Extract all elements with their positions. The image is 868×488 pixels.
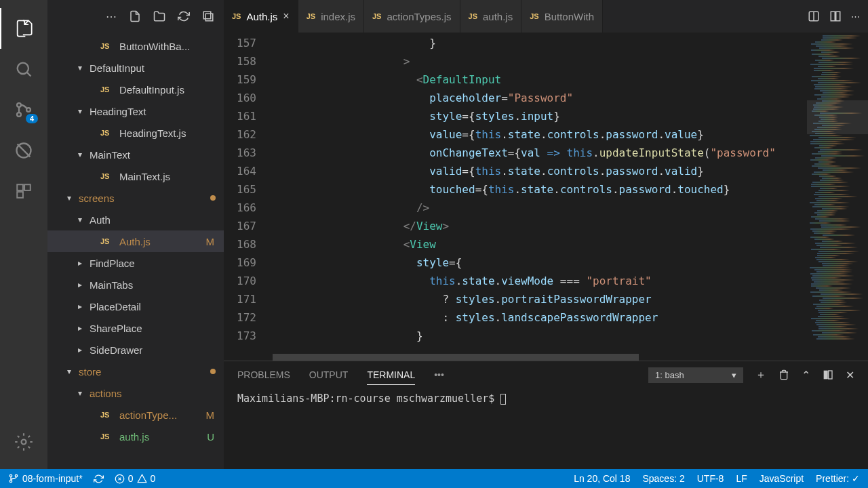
extensions-tab[interactable] (0, 171, 47, 211)
language-status[interactable]: JavaScript (760, 473, 804, 484)
scm-tab[interactable]: 4 (0, 89, 47, 130)
new-file-icon[interactable] (129, 10, 141, 22)
kill-terminal-icon[interactable] (778, 369, 789, 380)
svg-rect-10 (205, 14, 213, 21)
editor-tab[interactable]: JSAuth.js× (224, 0, 298, 33)
status-bar: 08-form-input* 0 0 Ln 20, Col 18 Spaces:… (0, 469, 868, 488)
svg-point-8 (22, 440, 26, 445)
scrollbar-thumb[interactable] (273, 354, 639, 361)
line-gutter: 1571581591601611621631641651661671681691… (224, 33, 273, 361)
sidebar-toolbar: ⋯ (47, 0, 224, 33)
new-folder-icon[interactable] (153, 10, 165, 22)
panel-close-icon[interactable]: ✕ (846, 369, 854, 382)
folder-item[interactable]: ▾store (47, 361, 224, 382)
eol-status[interactable]: LF (736, 473, 747, 484)
terminal-tab[interactable]: TERMINAL (367, 369, 415, 385)
folder-item[interactable]: ▸PlaceDetail (47, 296, 224, 317)
file-item[interactable]: JSAuth.jsM (47, 230, 224, 252)
compare-icon[interactable] (808, 10, 820, 22)
editor-area: JSAuth.js×JSindex.jsJSactionTypes.jsJSau… (224, 0, 868, 469)
folder-item[interactable]: ▾MainText (47, 144, 224, 165)
svg-rect-6 (24, 184, 31, 190)
bottom-panel: PROBLEMS OUTPUT TERMINAL ••• 1: bash ▾ ＋… (224, 361, 868, 469)
svg-rect-14 (824, 371, 827, 379)
git-branch-status[interactable]: 08-form-input* (8, 473, 83, 484)
svg-point-1 (17, 103, 21, 107)
scm-badge: 4 (26, 114, 38, 123)
minimap-viewport[interactable] (807, 100, 868, 134)
svg-rect-12 (831, 12, 835, 21)
svg-point-2 (17, 113, 21, 117)
svg-rect-13 (836, 12, 840, 21)
file-item[interactable]: JSactionType...M (47, 404, 224, 426)
settings-gear-icon[interactable] (0, 422, 47, 462)
new-terminal-icon[interactable]: ＋ (755, 368, 766, 382)
cursor-position-status[interactable]: Ln 20, Col 18 (574, 473, 630, 484)
file-item[interactable]: JSButtonWithBa... (47, 35, 224, 57)
ellipsis-icon[interactable]: ⋯ (106, 10, 117, 23)
sync-status[interactable] (94, 474, 104, 484)
file-item[interactable]: JSHeadingText.js (47, 122, 224, 144)
folder-item[interactable]: ▾HeadingText (47, 100, 224, 122)
errors-status[interactable]: 0 0 (115, 473, 156, 484)
collapse-icon[interactable] (202, 10, 214, 22)
more-icon[interactable]: ⋯ (851, 12, 860, 22)
minimap[interactable] (807, 33, 868, 361)
folder-item[interactable]: ▸MainTabs (47, 274, 224, 296)
horizontal-scrollbar[interactable] (273, 354, 807, 361)
activity-bar: 4 (0, 0, 47, 469)
svg-rect-5 (17, 184, 23, 190)
search-tab[interactable] (0, 49, 47, 89)
svg-rect-15 (829, 371, 832, 379)
folder-item[interactable]: ▸SideDrawer (47, 339, 224, 361)
folder-item[interactable]: ▸FindPlace (47, 252, 224, 274)
problems-tab[interactable]: PROBLEMS (237, 369, 290, 380)
panel-more-icon[interactable]: ••• (434, 369, 444, 380)
prettier-status[interactable]: Prettier: ✓ (816, 473, 860, 484)
terminal-cursor (500, 394, 506, 405)
svg-point-0 (18, 63, 28, 74)
file-item[interactable]: JSauth.jsU (47, 426, 224, 447)
folder-item[interactable]: ▾DefaultInput (47, 57, 224, 79)
folder-item[interactable]: ▾screens (47, 187, 224, 209)
explorer-tab[interactable] (0, 8, 47, 49)
panel-layout-icon[interactable] (823, 369, 833, 380)
panel-up-icon[interactable]: ⌃ (802, 369, 810, 382)
editor-tab[interactable]: JSButtonWith (521, 0, 603, 33)
code-area[interactable]: 1571581591601611621631641651661671681691… (224, 33, 868, 361)
terminal-prompt: Maximilians-MBP:rn-course mschwarzmuelle… (237, 392, 500, 405)
editor-tab[interactable]: JSauth.js (460, 0, 522, 33)
output-tab[interactable]: OUTPUT (309, 369, 349, 380)
code-content[interactable]: } > <DefaultInput placeholder="Password"… (273, 33, 807, 361)
terminal-selector[interactable]: 1: bash ▾ (648, 367, 743, 383)
refresh-icon[interactable] (178, 10, 190, 22)
explorer-sidebar: ⋯ JSButtonWithBa...▾DefaultInputJSDefaul… (47, 0, 224, 469)
editor-tabs: JSAuth.js×JSindex.jsJSactionTypes.jsJSau… (224, 0, 868, 33)
svg-rect-7 (17, 192, 23, 198)
editor-tab[interactable]: JSindex.js (298, 0, 364, 33)
file-item[interactable]: JSMainText.js (47, 165, 224, 187)
editor-tab[interactable]: JSactionTypes.js (364, 0, 460, 33)
terminal-selector-label: 1: bash (655, 370, 684, 380)
svg-rect-9 (203, 12, 211, 19)
panel-tabs: PROBLEMS OUTPUT TERMINAL ••• 1: bash ▾ ＋… (224, 361, 868, 388)
split-editor-icon[interactable] (829, 10, 842, 22)
encoding-status[interactable]: UTF-8 (697, 473, 724, 484)
spaces-status[interactable]: Spaces: 2 (642, 473, 684, 484)
debug-tab[interactable] (0, 130, 47, 171)
dropdown-icon: ▾ (732, 370, 736, 380)
svg-point-16 (9, 474, 12, 476)
folder-item[interactable]: ▾actions (47, 382, 224, 404)
svg-point-18 (15, 474, 17, 476)
terminal-output[interactable]: Maximilians-MBP:rn-course mschwarzmuelle… (224, 388, 868, 469)
folder-item[interactable]: ▸SharePlace (47, 317, 224, 339)
folder-item[interactable]: ▾Auth (47, 209, 224, 230)
svg-point-17 (9, 480, 12, 482)
file-tree: JSButtonWithBa...▾DefaultInputJSDefaultI… (47, 33, 224, 447)
file-item[interactable]: JSDefaultInput.js (47, 79, 224, 100)
